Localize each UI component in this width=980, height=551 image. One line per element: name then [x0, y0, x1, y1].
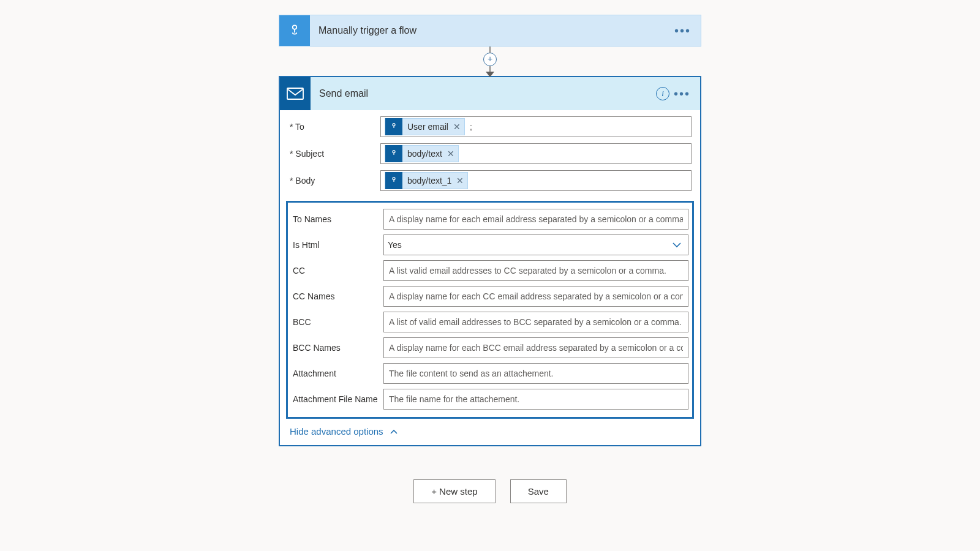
svg-point-2 — [393, 124, 395, 126]
label-subject: Subject — [288, 149, 380, 159]
label-is-html: Is Html — [292, 240, 383, 250]
input-subject[interactable]: body/text ✕ — [380, 143, 692, 164]
label-cc-names: CC Names — [292, 291, 383, 301]
textbox[interactable] — [388, 394, 684, 405]
svg-point-4 — [393, 178, 395, 180]
action-card: Send email i ••• To User email ✕ ; — [279, 76, 701, 446]
info-icon[interactable]: i — [656, 87, 669, 100]
mail-icon — [280, 77, 311, 110]
field-cc-names: CC Names — [292, 286, 688, 307]
textbox[interactable] — [388, 317, 684, 328]
touch-icon — [385, 118, 402, 135]
input-cc[interactable] — [383, 260, 688, 281]
trigger-touch-icon — [279, 15, 310, 46]
svg-rect-1 — [287, 88, 303, 99]
advanced-options-group: To Names Is Html Yes CC — [286, 201, 694, 419]
label-to: To — [288, 122, 380, 132]
token-label: User email — [402, 122, 453, 132]
trail-text: ; — [470, 122, 472, 132]
label-bcc-names: BCC Names — [292, 343, 383, 353]
input-bcc-names[interactable] — [383, 337, 688, 358]
token-body-text-1[interactable]: body/text_1 ✕ — [385, 172, 468, 189]
token-label: body/text — [402, 149, 447, 159]
field-bcc: BCC — [292, 312, 688, 332]
input-to[interactable]: User email ✕ ; — [380, 116, 692, 137]
token-remove-icon[interactable]: ✕ — [447, 149, 458, 159]
action-title: Send email — [319, 88, 368, 99]
input-to-names[interactable] — [383, 209, 688, 230]
trigger-more-menu[interactable]: ••• — [671, 22, 695, 39]
arrow-down-icon — [486, 72, 494, 77]
svg-point-0 — [293, 25, 297, 29]
token-body-text[interactable]: body/text ✕ — [385, 145, 459, 162]
trigger-title: Manually trigger a flow — [318, 25, 417, 36]
touch-icon — [385, 172, 402, 189]
action-more-menu[interactable]: ••• — [670, 85, 694, 102]
field-subject: Subject body/text ✕ — [288, 143, 692, 164]
chevron-down-icon — [672, 240, 682, 250]
field-to-names: To Names — [292, 209, 688, 230]
input-body[interactable]: body/text_1 ✕ — [380, 170, 692, 191]
save-button[interactable]: Save — [510, 479, 567, 503]
textbox[interactable] — [388, 342, 684, 353]
field-bcc-names: BCC Names — [292, 337, 688, 358]
label-cc: CC — [292, 266, 383, 276]
new-step-button[interactable]: + New step — [413, 479, 495, 503]
chevron-up-icon — [390, 426, 398, 437]
hide-advanced-options[interactable]: Hide advanced options — [280, 419, 700, 445]
field-attachment-file-name: Attachment File Name — [292, 389, 688, 410]
footer-buttons: + New step Save — [413, 479, 567, 503]
textbox[interactable] — [388, 291, 684, 302]
action-header[interactable]: Send email i ••• — [280, 77, 700, 110]
trigger-card[interactable]: Manually trigger a flow ••• — [279, 15, 701, 47]
touch-icon — [385, 145, 402, 162]
input-cc-names[interactable] — [383, 286, 688, 307]
label-body: Body — [288, 176, 380, 186]
field-to: To User email ✕ ; — [288, 116, 692, 137]
field-is-html: Is Html Yes — [292, 234, 688, 255]
connector: + — [478, 47, 502, 76]
textbox[interactable] — [388, 368, 684, 379]
input-bcc[interactable] — [383, 312, 688, 332]
label-to-names: To Names — [292, 214, 383, 224]
label-attachment: Attachment — [292, 369, 383, 378]
field-body: Body body/text_1 ✕ — [288, 170, 692, 191]
token-user-email[interactable]: User email ✕ — [385, 118, 465, 135]
token-label: body/text_1 — [402, 176, 456, 186]
textbox[interactable] — [388, 265, 684, 276]
svg-point-3 — [393, 151, 395, 153]
token-remove-icon[interactable]: ✕ — [453, 122, 464, 132]
hide-advanced-label: Hide advanced options — [290, 426, 383, 437]
select-is-html[interactable]: Yes — [383, 234, 688, 255]
label-attachment-file-name: Attachment File Name — [292, 394, 383, 404]
textbox[interactable] — [388, 214, 684, 225]
select-value: Yes — [388, 240, 402, 250]
input-attachment-file-name[interactable] — [383, 389, 688, 410]
field-cc: CC — [292, 260, 688, 281]
input-attachment[interactable] — [383, 363, 688, 384]
field-attachment: Attachment — [292, 363, 688, 384]
label-bcc: BCC — [292, 317, 383, 327]
add-step-plus-icon[interactable]: + — [483, 53, 497, 66]
token-remove-icon[interactable]: ✕ — [456, 176, 467, 186]
